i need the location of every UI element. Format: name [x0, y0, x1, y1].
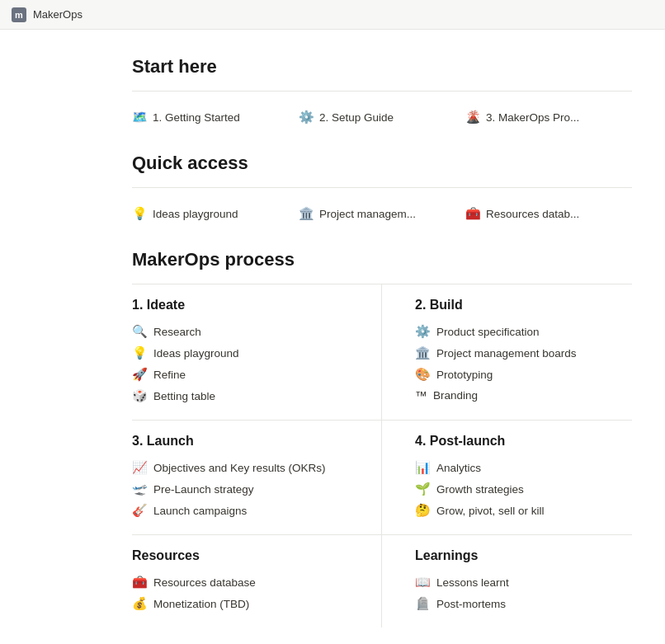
- launch-emoji-2: 🛫: [132, 482, 148, 496]
- quick-access-item-2[interactable]: 🏛️ Project managem...: [299, 201, 465, 226]
- postlaunch-title: 4. Post-launch: [415, 434, 632, 449]
- start-here-emoji-1: 🗺️: [132, 110, 148, 125]
- resources-label-1: Resources database: [153, 576, 256, 589]
- titlebar: m MakerOps: [0, 0, 665, 30]
- postlaunch-label-2: Growth strategies: [436, 483, 524, 496]
- learnings-col: Learnings 📖 Lessons learnt 🪦 Post-mortem…: [382, 534, 632, 628]
- learnings-emoji-2: 🪦: [415, 596, 431, 611]
- build-item-1[interactable]: ⚙️ Product specification: [415, 321, 632, 342]
- quick-access-emoji-2: 🏛️: [299, 206, 314, 221]
- start-here-title: Start here: [132, 56, 632, 78]
- resources-col: Resources 🧰 Resources database 💰 Monetiz…: [132, 534, 382, 628]
- ideate-col: 1. Ideate 🔍 Research 💡 Ideas playground …: [132, 284, 382, 420]
- launch-emoji-1: 📈: [132, 460, 148, 475]
- ideate-item-2[interactable]: 💡 Ideas playground: [132, 342, 348, 364]
- start-here-emoji-3: 🌋: [465, 110, 481, 125]
- build-label-2: Project management boards: [436, 347, 577, 360]
- postlaunch-item-3[interactable]: 🤔 Grow, pivot, sell or kill: [415, 500, 632, 521]
- quick-access-label-1: Ideas playground: [153, 208, 238, 220]
- start-here-label-1: 1. Getting Started: [153, 111, 240, 124]
- learnings-emoji-1: 📖: [415, 575, 431, 590]
- process-grid: 1. Ideate 🔍 Research 💡 Ideas playground …: [132, 284, 632, 628]
- quick-access-label-2: Project managem...: [319, 208, 416, 220]
- resources-item-1[interactable]: 🧰 Resources database: [132, 571, 348, 593]
- launch-label-1: Objectives and Key results (OKRs): [153, 462, 326, 474]
- start-here-item-3[interactable]: 🌋 3. MakerOps Pro...: [465, 105, 632, 129]
- ideate-emoji-1: 🔍: [132, 324, 148, 339]
- launch-item-2[interactable]: 🛫 Pre-Launch strategy: [132, 478, 348, 500]
- postlaunch-item-1[interactable]: 📊 Analytics: [415, 457, 632, 478]
- quick-access-emoji-3: 🧰: [465, 206, 481, 221]
- build-label-1: Product specification: [436, 326, 540, 338]
- quick-access-title: Quick access: [132, 153, 632, 174]
- learnings-item-1[interactable]: 📖 Lessons learnt: [415, 571, 632, 593]
- ideate-item-3[interactable]: 🚀 Refine: [132, 364, 348, 385]
- start-here-label-3: 3. MakerOps Pro...: [486, 111, 579, 124]
- quick-access-label-3: Resources datab...: [486, 208, 579, 220]
- makerops-process-title: MakerOps process: [132, 249, 632, 270]
- launch-item-3[interactable]: 🎸 Launch campaigns: [132, 500, 348, 521]
- build-emoji-2: 🏛️: [415, 346, 431, 360]
- build-label-4: Branding: [433, 389, 478, 402]
- build-item-3[interactable]: 🎨 Prototyping: [415, 364, 632, 385]
- quick-access-emoji-1: 💡: [132, 206, 148, 221]
- build-emoji-3: 🎨: [415, 367, 431, 382]
- learnings-label-2: Post-mortems: [436, 598, 506, 610]
- quick-access-item-3[interactable]: 🧰 Resources datab...: [465, 201, 632, 226]
- ideate-label-4: Betting table: [153, 390, 215, 402]
- learnings-label-1: Lessons learnt: [436, 576, 509, 589]
- resources-title: Resources: [132, 548, 348, 563]
- postlaunch-col: 4. Post-launch 📊 Analytics 🌱 Growth stra…: [382, 420, 632, 534]
- resources-label-2: Monetization (TBD): [153, 598, 249, 610]
- launch-emoji-3: 🎸: [132, 503, 148, 518]
- build-emoji-4: ™️: [415, 388, 427, 402]
- ideate-emoji-4: 🎲: [132, 388, 148, 403]
- resources-emoji-1: 🧰: [132, 575, 148, 590]
- launch-title: 3. Launch: [132, 434, 348, 449]
- makerops-process-section: MakerOps process 1. Ideate 🔍 Research 💡 …: [132, 249, 632, 628]
- app-icon: m: [12, 7, 26, 22]
- postlaunch-emoji-3: 🤔: [415, 503, 431, 518]
- launch-label-3: Launch campaigns: [153, 505, 247, 517]
- ideate-label-3: Refine: [153, 369, 186, 381]
- quick-access-item-1[interactable]: 💡 Ideas playground: [132, 201, 299, 226]
- postlaunch-label-3: Grow, pivot, sell or kill: [436, 505, 545, 517]
- build-item-4[interactable]: ™️ Branding: [415, 385, 632, 406]
- start-here-label-2: 2. Setup Guide: [319, 111, 394, 124]
- postlaunch-emoji-1: 📊: [415, 460, 431, 475]
- learnings-item-2[interactable]: 🪦 Post-mortems: [415, 593, 632, 614]
- quick-access-grid: 💡 Ideas playground 🏛️ Project managem...…: [132, 201, 632, 226]
- quick-access-section: Quick access 💡 Ideas playground 🏛️ Proje…: [132, 153, 632, 226]
- launch-label-2: Pre-Launch strategy: [153, 483, 254, 496]
- build-label-3: Prototyping: [436, 369, 493, 381]
- start-here-grid: 🗺️ 1. Getting Started ⚙️ 2. Setup Guide …: [132, 105, 632, 129]
- ideate-title: 1. Ideate: [132, 298, 348, 313]
- build-title: 2. Build: [415, 298, 632, 313]
- launch-item-1[interactable]: 📈 Objectives and Key results (OKRs): [132, 457, 348, 478]
- start-here-emoji-2: ⚙️: [299, 110, 314, 125]
- app-name: MakerOps: [33, 8, 83, 21]
- start-here-divider: [132, 91, 632, 92]
- build-col: 2. Build ⚙️ Product specification 🏛️ Pro…: [382, 284, 632, 420]
- launch-col: 3. Launch 📈 Objectives and Key results (…: [132, 420, 382, 534]
- quick-access-divider: [132, 187, 632, 188]
- build-emoji-1: ⚙️: [415, 324, 431, 339]
- ideate-emoji-2: 💡: [132, 346, 148, 360]
- resources-emoji-2: 💰: [132, 596, 148, 611]
- ideate-label-1: Research: [153, 326, 201, 338]
- start-here-item-1[interactable]: 🗺️ 1. Getting Started: [132, 105, 299, 129]
- learnings-title: Learnings: [415, 548, 632, 563]
- resources-item-2[interactable]: 💰 Monetization (TBD): [132, 593, 348, 614]
- start-here-item-2[interactable]: ⚙️ 2. Setup Guide: [299, 105, 465, 129]
- ideate-item-4[interactable]: 🎲 Betting table: [132, 385, 348, 407]
- ideate-label-2: Ideas playground: [153, 347, 239, 360]
- postlaunch-item-2[interactable]: 🌱 Growth strategies: [415, 478, 632, 500]
- ideate-emoji-3: 🚀: [132, 367, 148, 382]
- postlaunch-emoji-2: 🌱: [415, 482, 431, 496]
- postlaunch-label-1: Analytics: [436, 462, 481, 474]
- build-item-2[interactable]: 🏛️ Project management boards: [415, 342, 632, 364]
- ideate-item-1[interactable]: 🔍 Research: [132, 321, 348, 342]
- start-here-section: Start here 🗺️ 1. Getting Started ⚙️ 2. S…: [132, 56, 632, 129]
